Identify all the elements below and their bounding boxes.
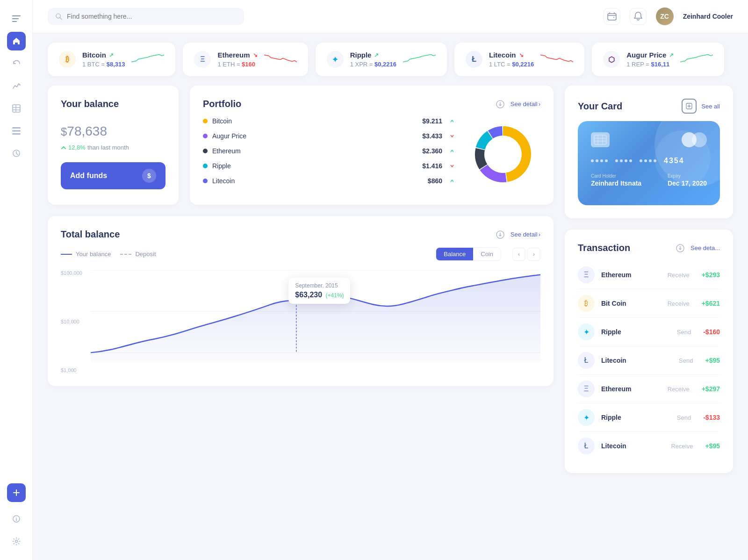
avatar: ZC [656,7,674,25]
legend-deposit-label: Deposit [135,251,156,258]
search-bar[interactable] [48,8,244,25]
portfolio-value: $2.360 [422,147,442,155]
ticker-card-litecoin[interactable]: Ł Litecoin ↘ 1 LTC = $0,2216 [454,43,584,76]
sidebar-item-info[interactable] [7,510,26,528]
ticker-card-ethereum[interactable]: Ξ Ethereum ↘ 1 ETH = $160 [183,43,308,76]
notification-icon[interactable] [630,8,647,25]
portfolio-arrow [450,162,454,170]
chart-next-button[interactable]: › [527,248,540,261]
legend-balance-label: Your balance [76,251,111,258]
search-icon [55,13,62,20]
transaction-download-icon[interactable] [676,244,685,253]
ticker-card-augur[interactable]: ⬡ Augur Price ↗ 1 REP = $16,11 [592,43,724,76]
svg-rect-0 [12,15,21,16]
legend-deposit-line [120,254,131,255]
transaction-see-detail[interactable]: See deta... [690,244,720,251]
ticker-value-litecoin: 1 LTC = $0,2216 [489,61,534,68]
sidebar-item-chart[interactable] [7,77,26,95]
ticker-value-augur: 1 REP = $16,11 [626,61,674,68]
chart-legend: Your balance Deposit [61,251,424,258]
chart-see-detail[interactable]: See detail [511,231,538,238]
ticker-info-litecoin: Litecoin ↘ 1 LTC = $0,2216 [489,51,534,68]
tab-coin[interactable]: Coin [473,248,501,260]
chart-svg-area: September, 2015 $63,230 (+41%) [91,270,540,362]
change-percent: 12,8% [68,144,86,151]
avatar-image: ZC [656,7,674,25]
tx-name: Ethereum [601,271,661,279]
chart-section: Total balance See detail › Your balance [48,216,554,386]
ticker-icon-bitcoin: ₿ [59,51,76,68]
wallet-icon[interactable] [604,8,620,25]
transaction-title: Transaction [578,243,676,253]
add-card-icon[interactable] [682,99,697,114]
ticker-chart-augur [680,51,713,67]
tx-type: Receive [671,443,693,450]
transaction-item[interactable]: Ł Litecoin Send +$95 [578,346,720,375]
search-input[interactable] [67,13,237,20]
right-panel: Your Card See all [565,86,733,549]
tx-amount: +$621 [702,300,720,307]
transaction-item[interactable]: Ξ Ethereum Receive +$293 [578,261,720,289]
transaction-item[interactable]: Ξ Ethereum Receive +$297 [578,375,720,403]
portfolio-see-detail[interactable]: See detail [511,101,538,108]
tx-amount: +$297 [702,385,720,393]
portfolio-name: Ripple [212,162,417,170]
card-expiry: Expiry Dec 17, 2020 [668,173,707,187]
ticker-name-litecoin: Litecoin ↘ [489,51,534,59]
card-dots-3 [640,157,656,165]
card-top [591,132,707,147]
sidebar-item-home[interactable] [7,32,26,50]
portfolio-dot [203,149,208,153]
portfolio-chevron: › [539,101,540,108]
card-holder-name: Zeinhard Itsnata [591,179,641,187]
chart-prev-button[interactable]: ‹ [512,248,525,261]
sidebar-item-table[interactable] [7,99,26,118]
ticker-info-ripple: Ripple ↗ 1 XPR = $0,2216 [350,51,396,68]
card-dots-1 [591,157,608,165]
card-header: Your Card See all [578,99,720,114]
svg-line-18 [60,18,62,20]
sidebar-item-settings[interactable] [7,532,26,551]
svg-rect-3 [13,105,20,112]
chip-icon [591,132,610,147]
card-expiry-label: Expiry [668,173,707,179]
donut-segment [480,165,506,182]
sidebar-item-list[interactable] [7,122,26,140]
ticker-arrow-bitcoin: ↗ [109,52,114,58]
balance-amount: $78,638 [61,117,165,140]
svg-rect-7 [12,127,21,129]
card-see-all[interactable]: See all [701,103,720,110]
sidebar-item-history[interactable] [7,144,26,163]
card-section-inner: Your Card See all [565,86,733,218]
ticker-arrow-litecoin: ↘ [519,52,524,58]
chart-download-icon[interactable] [496,230,505,239]
balance-title: Your balance [61,99,165,109]
credit-card: 4354 Card Holder Zeinhard Itsnata Expiry… [578,121,720,205]
ticker-name-augur: Augur Price ↗ [626,51,674,59]
svg-rect-2 [12,21,17,22]
ticker-arrow-augur: ↗ [669,52,674,58]
transaction-item[interactable]: ✦ Ripple Send -$133 [578,403,720,432]
mc-right-circle [692,132,707,147]
tab-balance[interactable]: Balance [436,248,473,260]
card-title: Your Card [578,101,682,112]
sidebar-item-menu[interactable] [7,9,26,28]
add-funds-button[interactable]: Add funds $ [61,162,165,189]
portfolio-name: Litecoin [212,177,423,185]
sidebar-item-add[interactable] [7,483,26,502]
chart-title: Total balance [61,229,496,240]
tx-name: Ripple [601,414,670,421]
transaction-item[interactable]: ₿ Bit Coin Receive +$621 [578,289,720,318]
portfolio-download-icon[interactable] [496,100,505,109]
content-area: Your balance $78,638 12,8% than last mon… [33,86,748,560]
top-row: Your balance $78,638 12,8% than last mon… [48,86,554,205]
portfolio-dot [203,134,208,138]
dollar-icon: $ [142,169,156,183]
transaction-item[interactable]: Ł Litecoin Receive +$95 [578,432,720,460]
ticker-card-ripple[interactable]: ✦ Ripple ↗ 1 XPR = $0,2216 [316,43,447,76]
transaction-item[interactable]: ✦ Ripple Send -$160 [578,318,720,346]
chart-main-svg [91,270,540,362]
sidebar-item-refresh[interactable] [7,54,26,73]
ticker-card-bitcoin[interactable]: ₿ Bitcoin ↗ 1 BTC = $8,313 [48,43,175,76]
ticker-icon-ripple: ✦ [327,51,344,68]
